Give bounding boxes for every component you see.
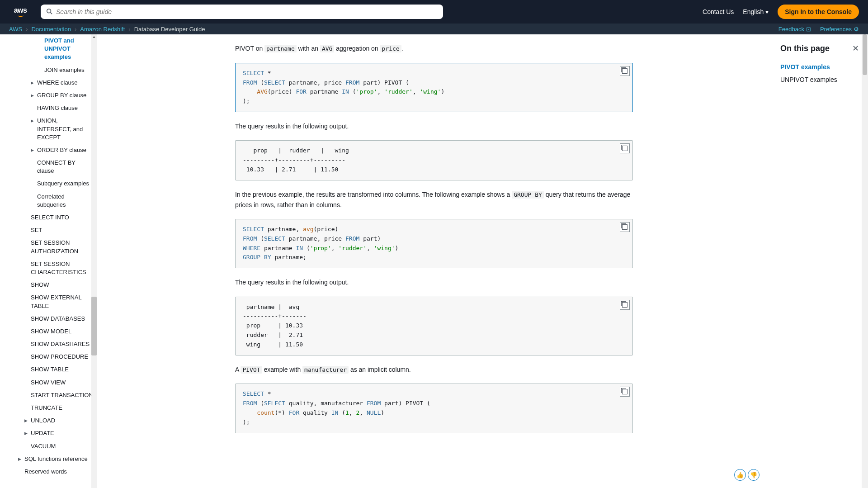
code-block: SELECT * FROM (SELECT quality, manufactu… — [235, 384, 633, 433]
sidebar-item-label: SHOW DATABASES — [31, 315, 85, 323]
search-box[interactable] — [41, 5, 443, 19]
sidebar-item[interactable]: SELECT INTO — [0, 211, 97, 224]
breadcrumb-current: Database Developer Guide — [134, 26, 205, 33]
right-toc-panel: On this page ✕ PIVOT examplesUNPIVOT exa… — [771, 34, 868, 488]
copy-button[interactable] — [620, 222, 630, 232]
sidebar-item[interactable]: ▶ORDER BY clause — [0, 144, 97, 156]
sidebar-item[interactable]: ▶UPDATE — [0, 427, 97, 440]
sidebar-item[interactable]: SHOW — [0, 279, 97, 291]
sidebar-item[interactable]: SET — [0, 224, 97, 237]
sidebar-item[interactable]: SHOW TABLE — [0, 363, 97, 376]
svg-line-1 — [51, 12, 52, 14]
sidebar-item[interactable]: SET SESSION AUTHORIZATION — [0, 237, 97, 257]
page-scrollbar[interactable] — [862, 34, 868, 488]
copy-icon — [622, 302, 627, 308]
copy-icon — [622, 224, 627, 230]
sidebar-item[interactable]: Subquery examples — [0, 177, 97, 190]
sidebar-item[interactable]: ▶GROUP BY clause — [0, 89, 97, 102]
sidebar-scrollbar[interactable] — [91, 41, 97, 488]
thumbs-down-button[interactable]: 👎 — [748, 469, 760, 481]
aws-logo[interactable]: aws ⌣ — [9, 6, 32, 17]
close-icon[interactable]: ✕ — [852, 43, 859, 53]
sidebar-item-label: SHOW — [31, 281, 49, 289]
inline-code: partname — [264, 45, 297, 52]
thumbs-down-icon: 👎 — [750, 472, 757, 479]
sidebar-item-label: JOIN examples — [44, 66, 85, 74]
inline-code: PIVOT — [241, 366, 262, 374]
sidebar-item-label: START TRANSACTION — [31, 391, 93, 399]
sidebar-item-label: GROUP BY clause — [37, 91, 86, 99]
caret-right-icon: ▶ — [31, 147, 35, 153]
sidebar-item[interactable]: SHOW DATABASES — [0, 313, 97, 325]
sidebar-item-label: SELECT INTO — [31, 213, 69, 222]
chevron-right-icon: › — [75, 26, 76, 33]
inline-code: price — [380, 45, 401, 52]
sidebar-item-label: Correlated subqueries — [37, 193, 93, 209]
sidebar-item-label: UNLOAD — [31, 417, 55, 425]
sidebar-scrollbar-thumb[interactable] — [91, 297, 97, 355]
breadcrumb-aws[interactable]: AWS — [9, 26, 22, 33]
breadcrumb-documentation[interactable]: Documentation — [31, 26, 71, 33]
sidebar-item-label: UPDATE — [31, 429, 54, 437]
language-label: English — [743, 8, 764, 15]
sidebar-item[interactable]: Correlated subqueries — [0, 190, 97, 211]
sidebar-item[interactable]: VACUUM — [0, 440, 97, 453]
sidebar-item[interactable]: START TRANSACTION — [0, 389, 97, 402]
copy-button[interactable] — [620, 300, 630, 310]
copy-icon — [622, 146, 627, 151]
sidebar-item[interactable]: ▶SQL functions reference — [0, 453, 97, 465]
sidebar-item[interactable]: TRUNCATE — [0, 402, 97, 414]
sidebar-item[interactable]: JOIN examples — [0, 64, 97, 76]
sidebar-item-label: SHOW EXTERNAL TABLE — [31, 294, 93, 310]
sidebar-item-label: TRUNCATE — [31, 404, 62, 412]
sidebar-item[interactable]: SET SESSION CHARACTERISTICS — [0, 258, 97, 279]
toc-link[interactable]: UNPIVOT examples — [780, 73, 859, 86]
contact-link[interactable]: Contact Us — [703, 8, 734, 15]
sidebar-item[interactable]: SHOW DATASHARES — [0, 338, 97, 351]
toc-link[interactable]: PIVOT examples — [780, 61, 859, 73]
copy-button[interactable] — [620, 66, 630, 76]
left-sidebar[interactable]: ▲ PIVOT and UNPIVOT examplesJOIN example… — [0, 34, 97, 488]
page-scrollbar-thumb[interactable] — [863, 34, 867, 75]
sidebar-item-label: CONNECT BY clause — [37, 159, 93, 175]
breadcrumb-redshift[interactable]: Amazon Redshift — [80, 26, 125, 33]
caret-right-icon: ▶ — [31, 93, 35, 99]
thumbs-up-icon: 👍 — [736, 472, 744, 479]
thumbs-up-button[interactable]: 👍 — [734, 469, 746, 481]
sidebar-item-label: PIVOT and UNPIVOT examples — [44, 37, 93, 62]
language-selector[interactable]: English ▾ — [743, 8, 769, 15]
sidebar-item[interactable]: SHOW PROCEDURE — [0, 351, 97, 363]
sidebar-item[interactable]: ▶UNLOAD — [0, 414, 97, 427]
sidebar-item[interactable]: CONNECT BY clause — [0, 156, 97, 177]
search-input[interactable] — [56, 8, 438, 15]
sidebar-item[interactable]: SHOW MODEL — [0, 325, 97, 338]
sidebar-item-label: Reserved words — [24, 468, 67, 476]
feedback-link[interactable]: Feedback ⊡ — [778, 26, 811, 33]
paragraph: A PIVOT example with manufacturer as an … — [235, 365, 633, 375]
sidebar-item-label: SHOW PROCEDURE — [31, 353, 88, 361]
sidebar-item[interactable]: ▶WHERE clause — [0, 76, 97, 89]
sidebar-item-label: ORDER BY clause — [37, 146, 86, 154]
copy-button[interactable] — [620, 143, 630, 153]
sidebar-item-label: SET — [31, 226, 42, 234]
output-block: prop | rudder | wing ---------+---------… — [235, 140, 633, 180]
main-content[interactable]: PIVOT on partname with an AVG aggregatio… — [97, 34, 771, 488]
gear-icon: ⚙ — [854, 26, 859, 33]
sidebar-item[interactable]: ▶UNION, INTERSECT, and EXCEPT — [0, 114, 97, 144]
feedback-icon: ⊡ — [806, 26, 811, 33]
sidebar-item[interactable]: SHOW VIEW — [0, 376, 97, 389]
sidebar-item[interactable]: HAVING clause — [0, 102, 97, 114]
copy-button[interactable] — [620, 387, 630, 397]
sidebar-item[interactable]: Reserved words — [0, 465, 97, 478]
sidebar-item[interactable]: SHOW EXTERNAL TABLE — [0, 291, 97, 312]
code-block: SELECT * FROM (SELECT partname, price FR… — [235, 63, 633, 112]
feedback-thumbs: 👍 👎 — [734, 469, 760, 481]
preferences-link[interactable]: Preferences ⚙ — [820, 26, 859, 33]
sidebar-scroll-up[interactable]: ▲ — [91, 34, 97, 41]
sign-in-button[interactable]: Sign In to the Console — [778, 5, 859, 19]
paragraph: PIVOT on partname with an AVG aggregatio… — [235, 43, 633, 54]
sidebar-item-label: SHOW TABLE — [31, 365, 69, 374]
inline-code: manufacturer — [302, 366, 349, 374]
sidebar-item[interactable]: PIVOT and UNPIVOT examples — [0, 34, 97, 64]
caret-right-icon: ▶ — [24, 418, 29, 424]
